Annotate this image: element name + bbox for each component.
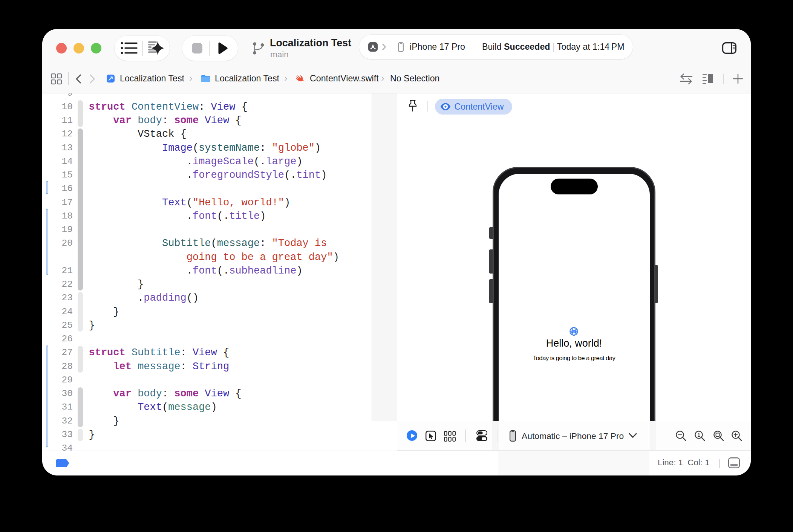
svg-text:1: 1 [697, 432, 700, 438]
